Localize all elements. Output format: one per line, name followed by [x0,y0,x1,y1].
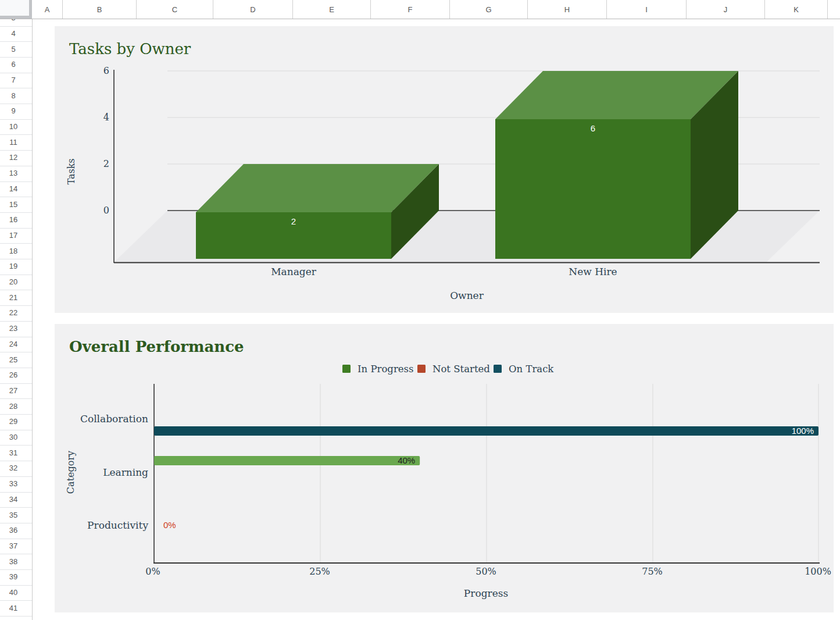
row-divider [0,337,32,337]
row-number-37[interactable]: 37 [0,542,27,550]
column-header-B[interactable]: B [63,0,137,19]
column-header-H[interactable]: H [528,0,607,19]
row-divider [0,476,32,477]
column-header-E[interactable]: E [293,0,371,19]
row-number-15[interactable]: 15 [0,201,27,209]
x-category-label: New Hire [569,266,617,277]
row-number-36[interactable]: 36 [0,526,27,535]
row-number-35[interactable]: 35 [0,511,27,519]
row-divider [0,507,32,508]
column-header-J[interactable]: J [687,0,765,19]
row-divider [0,616,32,617]
row-number-22[interactable]: 22 [0,309,27,317]
row-number-28[interactable]: 28 [0,402,27,411]
row-number-9[interactable]: 9 [0,107,27,115]
x-tick-label: 50% [476,566,496,577]
row-number-40[interactable]: 40 [0,589,27,597]
row-number-31[interactable]: 31 [0,449,27,457]
column-header-F[interactable]: F [371,0,450,19]
row-number-16[interactable]: 16 [0,216,27,224]
row-number-25[interactable]: 25 [0,356,27,364]
row-divider [0,119,32,120]
legend-swatch-not-started [417,365,426,373]
row-number-32[interactable]: 32 [0,464,27,472]
column-header-D[interactable]: D [213,0,293,19]
x-tick-label: 100% [805,566,831,577]
select-all-corner[interactable] [0,0,32,19]
row-number-17[interactable]: 17 [0,231,27,240]
row-number-6[interactable]: 6 [0,60,27,69]
row-number-41[interactable]: 41 [0,604,27,612]
x-category-label: Manager [271,266,317,277]
row-divider [0,554,32,554]
y-axis-title: Category [65,451,76,494]
row-divider [0,398,32,399]
chart-title: Tasks by Owner [69,40,191,58]
category-label-learning: Learning [103,466,148,478]
row-number-39[interactable]: 39 [0,573,27,581]
row-number-29[interactable]: 29 [0,418,27,426]
row-divider [0,430,32,430]
column-header-C[interactable]: C [137,0,213,19]
column-header-bar: ABCDEFGHIJK [0,0,840,19]
row-number-gutter: 3456789101112131415161718192021222324252… [0,19,33,620]
x-axis-title: Progress [464,587,508,599]
row-divider [0,150,32,151]
bar-value-label: 6 [591,123,595,133]
row-number-34[interactable]: 34 [0,496,27,504]
row-divider [0,166,32,166]
category-label-collaboration: Collaboration [80,413,148,425]
x-tick-label: 25% [309,566,330,577]
row-number-11[interactable]: 11 [0,138,27,147]
row-number-7[interactable]: 7 [0,76,27,84]
row-divider [0,352,32,352]
category-label-productivity: Productivity [87,519,148,531]
row-divider [0,585,32,586]
row-number-27[interactable]: 27 [0,387,27,395]
bar-learning[interactable] [154,456,420,465]
row-divider [0,259,32,259]
overall-performance-chart[interactable]: Overall PerformanceIn ProgressNot Starte… [55,324,834,612]
row-number-13[interactable]: 13 [0,169,27,177]
row-divider [0,73,32,73]
row-number-19[interactable]: 19 [0,262,27,270]
column-header-G[interactable]: G [450,0,528,19]
row-number-20[interactable]: 20 [0,278,27,286]
row-number-23[interactable]: 23 [0,325,27,333]
row-number-14[interactable]: 14 [0,185,27,193]
x-axis-title: Owner [450,290,484,301]
column-header-clipped [828,0,840,19]
row-divider [0,461,32,461]
tasks-by-owner-chart[interactable]: Tasks by Owner02462Manager6New HireOwner… [55,26,834,313]
column-header-K[interactable]: K [765,0,828,19]
row-number-8[interactable]: 8 [0,92,27,100]
row-divider [0,445,32,446]
row-number-24[interactable]: 24 [0,340,27,348]
row-number-33[interactable]: 33 [0,480,27,488]
row-divider [0,104,32,104]
row-divider [0,539,32,539]
bar-collaboration[interactable] [154,426,818,436]
row-divider [0,569,32,570]
row-number-4[interactable]: 4 [0,30,27,38]
row-number-18[interactable]: 18 [0,247,27,255]
legend-label: On Track [509,364,554,375]
bar-value-label-zero: 0% [163,520,176,530]
row-divider [0,368,32,368]
row-number-5[interactable]: 5 [0,45,27,54]
bar-value-label: 100% [792,426,814,436]
row-divider [0,383,32,384]
chart-title: Overall Performance [69,338,244,355]
row-number-12[interactable]: 12 [0,154,27,162]
row-divider [0,414,32,415]
chart-panel-tasks-by-owner[interactable]: Tasks by Owner02462Manager6New HireOwner… [55,26,834,313]
bar-front-face-New Hire[interactable] [495,119,691,259]
chart-panel-overall-performance[interactable]: Overall PerformanceIn ProgressNot Starte… [55,324,834,612]
row-number-38[interactable]: 38 [0,558,27,566]
column-header-A[interactable]: A [32,0,63,19]
column-header-I[interactable]: I [607,0,687,19]
row-number-30[interactable]: 30 [0,433,27,441]
row-number-26[interactable]: 26 [0,371,27,379]
row-number-10[interactable]: 10 [0,123,27,131]
row-number-21[interactable]: 21 [0,294,27,302]
